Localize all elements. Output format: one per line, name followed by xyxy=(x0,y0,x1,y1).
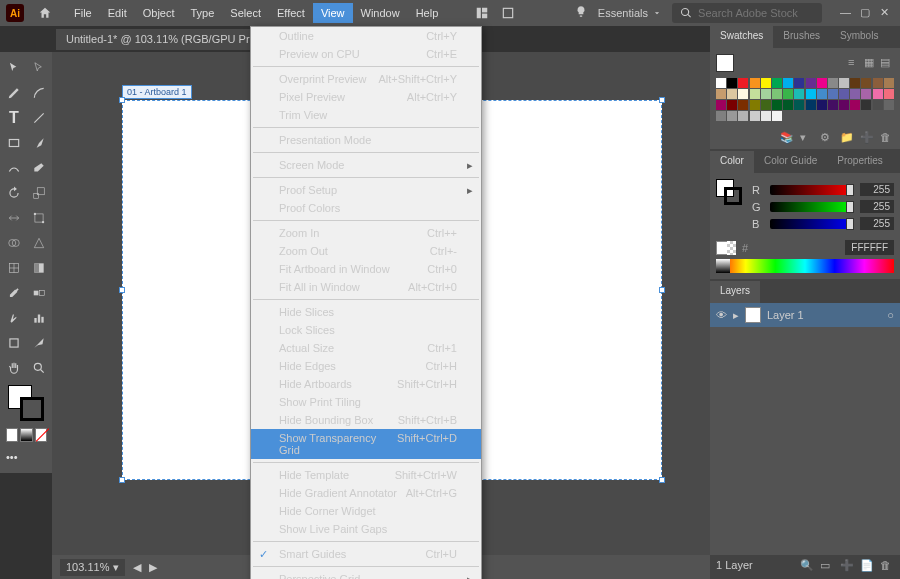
swatch[interactable] xyxy=(817,78,827,88)
swatch[interactable] xyxy=(850,100,860,110)
color-stroke-swatch[interactable] xyxy=(724,187,742,205)
swatch[interactable] xyxy=(850,89,860,99)
menu-item-fit-all-in-window[interactable]: Fit All in WindowAlt+Ctrl+0 xyxy=(251,278,481,296)
swatch[interactable] xyxy=(817,100,827,110)
swatch[interactable] xyxy=(738,100,748,110)
menu-item-hide-corner-widget[interactable]: Hide Corner Widget xyxy=(251,502,481,520)
swatch[interactable] xyxy=(750,78,760,88)
swatch[interactable] xyxy=(806,89,816,99)
swatch[interactable] xyxy=(750,89,760,99)
swatch[interactable] xyxy=(828,78,838,88)
swatch[interactable] xyxy=(727,78,737,88)
swatch[interactable] xyxy=(839,100,849,110)
swatch[interactable] xyxy=(738,111,748,121)
swatch[interactable] xyxy=(761,111,771,121)
swatch[interactable] xyxy=(716,111,726,121)
swatch[interactable] xyxy=(828,89,838,99)
make-clipping-mask-icon[interactable]: ▭ xyxy=(820,559,834,573)
menu-item-show-transparency-grid[interactable]: Show Transparency GridShift+Ctrl+D xyxy=(251,429,481,459)
swatch-grid-icon[interactable]: ▤ xyxy=(880,56,894,70)
swatch[interactable] xyxy=(861,78,871,88)
swatch[interactable] xyxy=(884,78,894,88)
width-tool[interactable] xyxy=(2,206,26,230)
menu-item-hide-edges[interactable]: Hide EdgesCtrl+H xyxy=(251,357,481,375)
menu-item-screen-mode[interactable]: Screen Mode▸ xyxy=(251,156,481,174)
menu-view[interactable]: View xyxy=(313,3,353,23)
gradient-tool[interactable] xyxy=(27,256,51,280)
swatch[interactable] xyxy=(772,78,782,88)
delete-swatch-icon[interactable]: 🗑 xyxy=(880,131,894,145)
swatch[interactable] xyxy=(761,78,771,88)
swatch[interactable] xyxy=(884,89,894,99)
menu-item-trim-view[interactable]: Trim View xyxy=(251,106,481,124)
workspace-switcher[interactable]: Essentials xyxy=(598,6,662,20)
blend-tool[interactable] xyxy=(27,281,51,305)
hex-input[interactable]: FFFFFF xyxy=(845,240,894,255)
arrange-documents-icon[interactable] xyxy=(470,1,494,25)
line-tool[interactable] xyxy=(27,106,51,130)
swatch[interactable] xyxy=(727,100,737,110)
menu-item-proof-colors[interactable]: Proof Colors xyxy=(251,199,481,217)
menu-item-presentation-mode[interactable]: Presentation Mode xyxy=(251,131,481,149)
home-icon[interactable] xyxy=(34,2,56,24)
swatch[interactable] xyxy=(727,111,737,121)
menu-edit[interactable]: Edit xyxy=(100,3,135,23)
menu-effect[interactable]: Effect xyxy=(269,3,313,23)
swatch-menu-icon[interactable]: ≡ xyxy=(848,56,862,70)
swatch[interactable] xyxy=(783,89,793,99)
shape-builder-tool[interactable] xyxy=(2,231,26,255)
lightbulb-icon[interactable] xyxy=(574,5,588,21)
rectangle-tool[interactable] xyxy=(2,131,26,155)
app-logo-icon[interactable]: Ai xyxy=(6,4,24,22)
paintbrush-tool[interactable] xyxy=(27,131,51,155)
menu-window[interactable]: Window xyxy=(353,3,408,23)
swatch[interactable] xyxy=(794,100,804,110)
search-input[interactable] xyxy=(672,3,822,23)
nav-prev-icon[interactable]: ◀ xyxy=(133,561,141,574)
target-icon[interactable]: ○ xyxy=(887,309,894,321)
swatch-library-icon[interactable]: 📚 xyxy=(780,131,794,145)
menu-item-zoom-out[interactable]: Zoom OutCtrl+- xyxy=(251,242,481,260)
swatch[interactable] xyxy=(761,100,771,110)
column-graph-tool[interactable] xyxy=(27,306,51,330)
edit-toolbar-button[interactable]: ••• xyxy=(2,445,50,469)
gpu-icon[interactable] xyxy=(496,1,520,25)
menu-object[interactable]: Object xyxy=(135,3,183,23)
swatch[interactable] xyxy=(716,100,726,110)
slice-tool[interactable] xyxy=(27,331,51,355)
swatch[interactable] xyxy=(761,89,771,99)
rotate-tool[interactable] xyxy=(2,181,26,205)
menu-type[interactable]: Type xyxy=(183,3,223,23)
menu-select[interactable]: Select xyxy=(222,3,269,23)
eyedropper-tool[interactable] xyxy=(2,281,26,305)
menu-item-hide-bounding-box[interactable]: Hide Bounding BoxShift+Ctrl+B xyxy=(251,411,481,429)
swatch[interactable] xyxy=(861,100,871,110)
swatch[interactable] xyxy=(806,78,816,88)
tab-layers[interactable]: Layers xyxy=(710,281,760,303)
swatch[interactable] xyxy=(873,100,883,110)
scale-tool[interactable] xyxy=(27,181,51,205)
swatch[interactable] xyxy=(873,89,883,99)
new-layer-icon[interactable]: 📄 xyxy=(860,559,874,573)
swatch[interactable] xyxy=(817,89,827,99)
artboard-label[interactable]: 01 - Artboard 1 xyxy=(122,85,192,99)
new-group-icon[interactable]: 📁 xyxy=(840,131,854,145)
swatch[interactable] xyxy=(716,89,726,99)
tab-brushes[interactable]: Brushes xyxy=(773,26,830,48)
tab-swatches[interactable]: Swatches xyxy=(710,26,773,48)
type-tool[interactable]: T xyxy=(2,106,26,130)
layer-name[interactable]: Layer 1 xyxy=(767,309,804,321)
color-spectrum[interactable] xyxy=(716,259,894,273)
swatch[interactable] xyxy=(783,78,793,88)
menu-item-pixel-preview[interactable]: Pixel PreviewAlt+Ctrl+Y xyxy=(251,88,481,106)
new-sublayer-icon[interactable]: ➕ xyxy=(840,559,854,573)
swatch[interactable] xyxy=(750,111,760,121)
swatch[interactable] xyxy=(783,100,793,110)
nav-next-icon[interactable]: ▶ xyxy=(149,561,157,574)
menu-item-smart-guides[interactable]: ✓Smart GuidesCtrl+U xyxy=(251,545,481,563)
menu-item-fit-artboard-in-window[interactable]: Fit Artboard in WindowCtrl+0 xyxy=(251,260,481,278)
swatch[interactable] xyxy=(850,78,860,88)
swatch[interactable] xyxy=(806,100,816,110)
zoom-select[interactable]: 103.11%▾ xyxy=(60,559,125,576)
swatch[interactable] xyxy=(738,89,748,99)
